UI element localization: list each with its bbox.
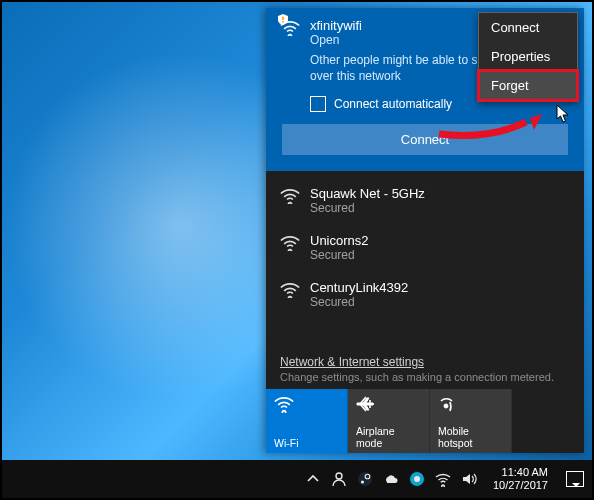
tile-hotspot[interactable]: Mobile hotspot [430,389,512,453]
network-name: xfinitywifi [310,18,362,33]
network-settings-link[interactable]: Network & Internet settings [280,355,424,369]
hotspot-icon [438,395,503,417]
network-item-name: Unicorns2 [310,233,369,248]
svg-point-8 [414,476,420,482]
available-networks-list: Squawk Net - 5GHz Secured Unicorns2 Secu… [266,171,584,355]
tray-steam-icon[interactable] [357,471,373,487]
tile-airplane[interactable]: Airplane mode [348,389,430,453]
svg-point-4 [358,472,372,486]
tile-wifi[interactable]: Wi-Fi [266,389,348,453]
taskbar-date: 10/27/2017 [493,479,548,492]
tray-onedrive-icon[interactable] [383,471,399,487]
wifi-open-icon [280,20,300,36]
svg-point-3 [336,473,342,479]
selected-network-panel[interactable]: xfinitywifi Open Other people might be a… [266,8,584,171]
network-item[interactable]: CenturyLink4392 Secured [280,271,570,318]
wifi-secured-icon [280,282,300,309]
wifi-icon [274,395,339,417]
tile-wifi-label: Wi-Fi [274,437,339,449]
taskbar-clock[interactable]: 11:40 AM 10/27/2017 [493,466,548,491]
connect-automatically-label: Connect automatically [334,97,452,111]
connect-button[interactable]: Connect [282,124,568,155]
network-item-status: Secured [310,201,425,215]
mouse-cursor-icon [556,104,570,124]
context-menu-properties[interactable]: Properties [479,42,577,71]
context-menu-forget-label: Forget [491,78,529,93]
context-menu-forget[interactable]: Forget [479,71,577,100]
airplane-icon [356,395,421,417]
network-item-name: CenturyLink4392 [310,280,408,295]
wifi-secured-icon [280,235,300,262]
network-item[interactable]: Unicorns2 Secured [280,224,570,271]
network-context-menu: Connect Properties Forget [478,12,578,101]
svg-point-6 [361,480,364,483]
action-center-icon[interactable] [566,471,584,487]
network-flyout: xfinitywifi Open Other people might be a… [266,8,584,453]
tray-wifi-icon[interactable] [435,471,451,487]
system-tray: 11:40 AM 10/27/2017 [305,466,584,491]
tile-airplane-label: Airplane mode [356,425,421,449]
network-item-name: Squawk Net - 5GHz [310,186,425,201]
tile-hotspot-label: Mobile hotspot [438,425,503,449]
taskbar: 11:40 AM 10/27/2017 [2,460,592,498]
network-settings-link-row: Network & Internet settings [266,355,584,371]
context-menu-connect[interactable]: Connect [479,13,577,42]
quick-action-tiles: Wi-Fi Airplane mode Mobile hotspot [266,389,584,453]
taskbar-time: 11:40 AM [493,466,548,479]
network-settings-sub: Change settings, such as making a connec… [266,371,584,389]
network-item-status: Secured [310,295,408,309]
tray-app-icon[interactable] [409,471,425,487]
tray-chevron-up-icon[interactable] [305,471,321,487]
connect-automatically-checkbox[interactable] [310,96,326,112]
tray-people-icon[interactable] [331,471,347,487]
network-item-status: Secured [310,248,369,262]
svg-point-2 [444,404,448,408]
network-item[interactable]: Squawk Net - 5GHz Secured [280,177,570,224]
network-status: Open [310,33,362,47]
wifi-secured-icon [280,188,300,215]
tray-volume-icon[interactable] [461,471,477,487]
